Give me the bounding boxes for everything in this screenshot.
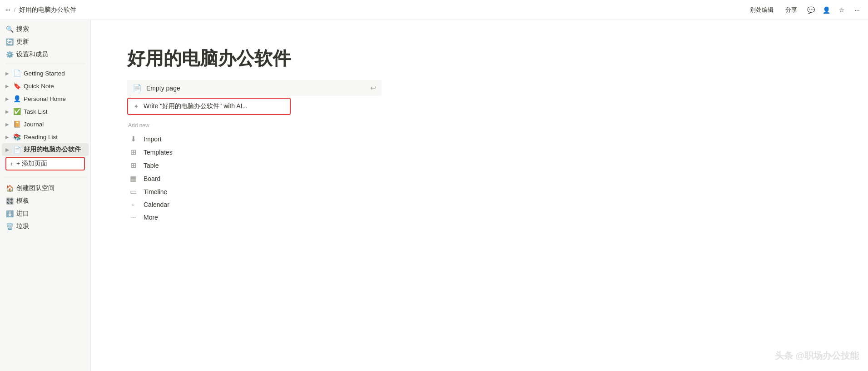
sidebar-divider-2 [4, 177, 87, 177]
sidebar-item-quick-note[interactable]: ▶ 🔖 Quick Note [2, 80, 89, 92]
comment-icon[interactable]: 💬 [805, 5, 816, 15]
chevron-icon: ▶ [5, 135, 9, 140]
add-page-button[interactable]: + + 添加页面 [5, 157, 85, 170]
topbar: ··· / 好用的电脑办公软件 别处编辑 分享 💬 👤 ☆ ··· [0, 0, 868, 20]
import-icon: ⬇️ [5, 210, 14, 217]
sidebar-label-templates: 模板 [16, 197, 85, 205]
trash-icon: 🗑️ [5, 223, 14, 230]
sidebar-item-import[interactable]: ⬇️ 进口 [2, 207, 89, 220]
sidebar-item-getting-started[interactable]: ▶ 📄 Getting Started [2, 67, 89, 80]
calendar-label: Calendar [144, 201, 169, 208]
current-page-icon: 📄 [13, 146, 21, 153]
sidebar-label-reading-list: Reading List [24, 134, 85, 140]
sidebar-item-task-list[interactable]: ▶ ✅ Task List [2, 105, 89, 118]
empty-page-label: Empty page [146, 85, 180, 92]
sidebar-label-getting-started: Getting Started [24, 70, 85, 77]
sidebar-item-current-page[interactable]: ▶ 📄 好用的电脑办公软件 [2, 143, 89, 156]
sidebar-label-personal-home: Personal Home [24, 95, 85, 102]
calendar-sub-icon: ▫ [128, 201, 138, 209]
sidebar-update-label: 更新 [16, 38, 85, 46]
topbar-left: ··· / 好用的电脑办公软件 [5, 6, 76, 14]
sidebar-bottom-section: 🏠 创建团队空间 🎛️ 模板 ⬇️ 进口 🗑️ 垃圾 [0, 180, 90, 235]
chevron-icon: ▶ [5, 109, 9, 114]
sidebar-label-journal: Journal [24, 121, 85, 128]
option-more[interactable]: ··· More [127, 211, 832, 224]
import-label: Import [144, 135, 162, 143]
option-board[interactable]: ▦ Board [127, 172, 832, 185]
sidebar-search-label: 搜索 [16, 25, 85, 33]
sidebar-item-personal-home[interactable]: ▶ 👤 Personal Home [2, 92, 89, 105]
empty-page-option[interactable]: 📄 Empty page ↩ [127, 80, 382, 96]
sidebar-item-templates[interactable]: 🎛️ 模板 [2, 195, 89, 207]
option-import[interactable]: ⬇ Import [127, 132, 832, 145]
sidebar-label-import: 进口 [16, 210, 85, 218]
option-timeline[interactable]: ▭ Timeline [127, 185, 832, 198]
add-page-label: + 添加页面 [16, 160, 47, 168]
sidebar-label-trash: 垃圾 [16, 222, 85, 231]
timeline-label: Timeline [144, 188, 167, 196]
sidebar-item-trash[interactable]: 🗑️ 垃圾 [2, 220, 89, 233]
more-icon[interactable]: ··· [852, 5, 863, 15]
sidebar-search[interactable]: 🔍 搜索 [2, 23, 89, 35]
main-layout: 🔍 搜索 🔄 更新 ⚙️ 设置和成员 ▶ 📄 Getting Started [0, 20, 868, 371]
option-table[interactable]: ⊞ Table [127, 159, 832, 172]
ai-icon: ✦ [134, 103, 139, 110]
empty-page-left: 📄 Empty page [133, 84, 180, 92]
timeline-sub-icon: ▭ [128, 187, 138, 196]
search-icon: 🔍 [5, 25, 14, 33]
sidebar-divider [5, 64, 85, 64]
ai-write-label: Write "好用的电脑办公软件" with AI... [144, 102, 248, 110]
import-sub-icon: ⬇ [128, 135, 138, 143]
table-sub-icon: ⊞ [128, 161, 138, 170]
share-button[interactable]: 分享 [782, 4, 801, 16]
star-icon[interactable]: ☆ [836, 5, 847, 15]
sidebar-update[interactable]: 🔄 更新 [2, 35, 89, 48]
chevron-icon: ▶ [5, 71, 9, 76]
chevron-icon: ▶ [5, 84, 9, 89]
content-area: 好用的电脑办公软件 📄 Empty page ↩ ✦ Write "好用的电脑办… [91, 20, 868, 371]
sidebar-item-reading-list[interactable]: ▶ 📚 Reading List [2, 130, 89, 143]
sidebar-settings-label: 设置和成员 [16, 50, 85, 59]
board-sub-icon: ▦ [128, 174, 138, 183]
sidebar-label-quick-note: Quick Note [24, 83, 85, 90]
reading-icon: 📚 [13, 133, 21, 140]
board-label: Board [144, 175, 160, 182]
sidebar-item-create-team[interactable]: 🏠 创建团队空间 [2, 182, 89, 195]
task-icon: ✅ [13, 108, 21, 115]
table-label: Table [144, 162, 159, 169]
option-calendar[interactable]: ▫ Calendar [127, 198, 832, 211]
bookmark-icon: 🔖 [13, 82, 21, 90]
sidebar: 🔍 搜索 🔄 更新 ⚙️ 设置和成员 ▶ 📄 Getting Started [0, 20, 91, 371]
breadcrumb-separator: / [14, 7, 15, 13]
option-templates[interactable]: ⊞ Templates [127, 145, 832, 159]
plus-icon: + [10, 160, 14, 167]
sidebar-label-task-list: Task List [24, 108, 85, 115]
sidebar-label-current-page: 好用的电脑办公软件 [24, 145, 85, 154]
settings-icon: ⚙️ [5, 51, 14, 58]
person-icon: 👤 [13, 95, 21, 102]
more-label: More [144, 214, 158, 221]
topbar-right: 别处编辑 分享 💬 👤 ☆ ··· [746, 4, 863, 16]
chevron-icon: ▶ [5, 147, 9, 152]
templates-sub-icon: ⊞ [128, 148, 138, 156]
sidebar-item-journal[interactable]: ▶ 📔 Journal [2, 118, 89, 130]
document-icon: 📄 [133, 84, 142, 92]
edit-elsewhere-button[interactable]: 别处编辑 [746, 4, 777, 16]
templates-icon: 🎛️ [5, 197, 14, 205]
sidebar-label-create-team: 创建团队空间 [16, 184, 85, 192]
more-sub-icon: ··· [128, 213, 138, 221]
arrow-icon: ↩ [370, 84, 376, 92]
journal-icon: 📔 [13, 120, 21, 128]
user-icon[interactable]: 👤 [821, 5, 832, 15]
topbar-breadcrumb: 好用的电脑办公软件 [19, 6, 76, 14]
page-icon: 📄 [13, 70, 21, 77]
sidebar-top: 🔍 搜索 🔄 更新 ⚙️ 设置和成员 ▶ 📄 Getting Started [0, 20, 90, 174]
workspace-name: ··· [5, 6, 10, 13]
page-title: 好用的电脑办公软件 [127, 47, 832, 69]
ai-write-option[interactable]: ✦ Write "好用的电脑办公软件" with AI... [127, 98, 291, 115]
sidebar-settings[interactable]: ⚙️ 设置和成员 [2, 48, 89, 61]
add-new-label: Add new [127, 122, 832, 129]
chevron-icon: ▶ [5, 122, 9, 127]
templates-label: Templates [144, 149, 173, 156]
team-icon: 🏠 [5, 185, 14, 192]
